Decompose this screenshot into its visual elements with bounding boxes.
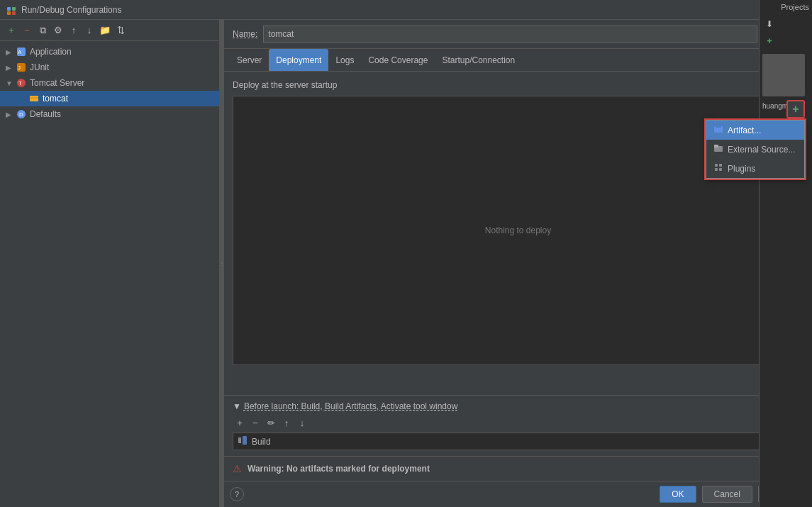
tomcat-config-label: tomcat [43,94,68,104]
tree-arrow-tomcat: ▼ [6,79,13,87]
svg-text:T: T [18,80,22,87]
tree-item-application[interactable]: ▶ A Application [0,44,219,60]
left-toolbar: + − ⧉ ⚙ ↑ ↓ 📁 ⇅ [0,20,219,41]
sort-button[interactable]: ⇅ [113,23,128,38]
name-row: Name: Share [224,20,812,49]
deploy-header: Deploy at the server startup [233,80,803,90]
external-source-icon [713,143,723,155]
before-launch-section: ▼ Before launch: Build, Build Artifacts,… [224,395,812,456]
window-title: Run/Debug Configurations [21,5,806,15]
tab-startup-connection[interactable]: Startup/Connection [435,49,522,71]
launch-toolbar: + − ✏ ↑ ↓ [233,416,803,430]
tomcat-server-icon: T [16,77,27,89]
tree-item-junit[interactable]: ▶ J JUnit [0,60,219,75]
svg-rect-0 [7,7,11,11]
dropdown-artifact-label: Artifact... [728,126,761,135]
tree-arrow-application: ▶ [6,48,13,56]
add-deploy-button-container: + Artifact... Ext [786,100,805,118]
junit-label: JUnit [30,62,49,72]
right-sidebar-title: Projects [762,3,809,11]
deploy-controls: + Artifact... Ext [786,100,805,158]
before-launch-header: ▼ Before launch: Build, Build Artifacts,… [233,401,803,411]
warning-text-content: Warning: No artifacts marked for deploym… [248,464,430,474]
defaults-icon: D [16,108,27,120]
add-deploy-button[interactable]: + [786,100,805,118]
tree-item-tomcat-config[interactable]: tomcat [0,91,219,106]
move-up-button[interactable]: ↑ [67,23,81,38]
tree-item-defaults[interactable]: ▶ D Defaults [0,106,219,122]
remove-config-button[interactable]: − [20,23,34,38]
title-bar: Run/Debug Configurations ✕ [0,0,812,20]
tab-code-coverage[interactable]: Code Coverage [361,49,435,71]
build-item: Build [233,433,803,450]
main-layout: + − ⧉ ⚙ ↑ ↓ 📁 ⇅ ▶ A Application ▶ [0,20,812,507]
svg-rect-2 [7,11,11,15]
launch-down-button[interactable]: ↓ [295,416,309,430]
launch-remove-button[interactable]: − [248,416,262,430]
add-config-button[interactable]: + [4,23,18,38]
svg-text:J: J [18,65,21,71]
tree-item-tomcat-server[interactable]: ▼ T Tomcat Server [0,75,219,91]
svg-rect-18 [715,164,718,167]
tree-arrow-junit: ▶ [6,64,13,72]
sidebar-btn-2[interactable]: + [762,34,777,48]
move-down-button[interactable]: ↓ [82,23,96,38]
cancel-button[interactable]: Cancel [702,486,752,503]
right-sidebar: Projects ⬇ + huangming [759,0,812,507]
folder-button[interactable]: 📁 [98,23,112,38]
tree-arrow-defaults: ▶ [6,111,13,118]
ok-button[interactable]: OK [660,486,696,503]
launch-edit-button[interactable]: ✏ [264,416,278,430]
tabs-bar: Server Deployment Logs Code Coverage Sta… [224,49,812,72]
svg-rect-19 [719,164,722,167]
dropdown-artifact-item[interactable]: Artifact... [706,121,804,140]
svg-rect-22 [238,438,241,443]
name-label: Name: [233,29,257,39]
svg-rect-23 [243,436,247,445]
build-icon [238,435,248,447]
launch-add-button[interactable]: + [233,416,247,430]
before-launch-arrow[interactable]: ▼ [233,401,241,411]
nothing-to-deploy-text: Nothing to deploy [485,225,551,235]
svg-rect-3 [12,11,16,15]
tree-area: ▶ A Application ▶ J JUnit ▼ T To [0,41,219,507]
svg-rect-10 [30,96,38,101]
build-label: Build [252,437,271,447]
warning-text: Warning: No artifacts marked for deploym… [248,464,760,474]
warning-bar: ⚠ Warning: No artifacts marked for deplo… [224,456,812,481]
artifact-icon [713,124,723,136]
right-panel: Name: Share Server Deployment Logs Code … [224,20,812,507]
dropdown-external-source-item[interactable]: External Source... [706,140,804,159]
tab-server[interactable]: Server [230,49,269,71]
junit-icon: J [16,62,27,73]
svg-rect-20 [715,168,718,171]
content-area: Deploy at the server startup Nothing to … [224,72,812,395]
config-settings-button[interactable]: ⚙ [51,23,65,38]
warning-icon: ⚠ [233,463,242,474]
name-input[interactable] [263,26,757,43]
launch-up-button[interactable]: ↑ [279,416,294,430]
plugins-icon [713,162,723,174]
defaults-label: Defaults [30,109,61,119]
dropdown-plugins-item[interactable]: Plugins [706,159,804,178]
dropdown-external-source-label: External Source... [728,145,795,155]
left-panel: + − ⧉ ⚙ ↑ ↓ 📁 ⇅ ▶ A Application ▶ [0,20,220,507]
application-label: Application [30,47,72,57]
tomcat-server-label: Tomcat Server [30,78,84,88]
sidebar-thumbnail [762,54,805,96]
help-button[interactable]: ? [230,487,244,501]
svg-text:A: A [18,49,22,55]
before-launch-title: Before launch: Build, Build Artifacts, A… [244,401,458,411]
window-icon [6,4,17,16]
footer: ? OK Cancel Apply [224,481,812,507]
application-icon: A [16,46,27,57]
add-deploy-dropdown: Artifact... External Source... [706,120,805,179]
svg-rect-17 [714,145,718,147]
svg-rect-1 [12,7,16,11]
svg-rect-21 [719,168,722,171]
copy-config-button[interactable]: ⧉ [35,23,50,38]
sidebar-btn-1[interactable]: ⬇ [762,17,777,31]
dropdown-plugins-label: Plugins [728,164,755,174]
tab-logs[interactable]: Logs [328,49,361,71]
tab-deployment[interactable]: Deployment [269,49,328,71]
